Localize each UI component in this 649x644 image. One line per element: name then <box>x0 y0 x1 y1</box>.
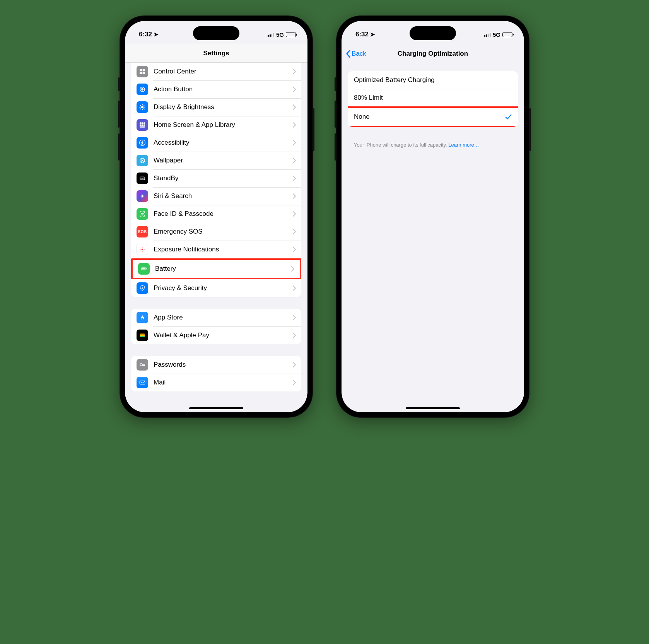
status-network: 5G <box>493 31 500 38</box>
chevron-right-icon <box>293 315 296 320</box>
settings-row-mail[interactable]: Mail <box>131 374 301 391</box>
chevron-right-icon <box>293 122 296 128</box>
back-label: Back <box>352 50 366 58</box>
settings-row-home-screen-app-library[interactable]: Home Screen & App Library <box>131 116 301 134</box>
mail-icon <box>137 377 148 388</box>
home-indicator[interactable] <box>406 407 460 409</box>
dynamic-island <box>410 26 456 40</box>
back-button[interactable]: Back <box>345 44 366 63</box>
settings-row-face-id-passcode[interactable]: Face ID & Passcode <box>131 205 301 223</box>
settings-row-battery[interactable]: Battery <box>133 260 300 278</box>
chevron-right-icon <box>293 158 296 163</box>
settings-group: App StoreWallet & Apple Pay <box>131 309 301 344</box>
svg-point-6 <box>141 106 143 108</box>
option-none[interactable]: None <box>348 108 518 126</box>
row-label: Action Button <box>154 85 293 93</box>
home-screen-icon <box>137 119 148 131</box>
highlight-annotation: None <box>348 106 518 127</box>
footer-text: Your iPhone will charge to its full capa… <box>354 142 447 148</box>
exposure-icon <box>137 244 148 255</box>
row-label: Control Center <box>154 68 293 75</box>
side-button <box>529 108 531 151</box>
side-button <box>313 108 314 151</box>
row-label: Battery <box>155 265 291 273</box>
svg-point-33 <box>142 249 143 251</box>
settings-row-exposure-notifications[interactable]: Exposure Notifications <box>131 241 301 258</box>
checkmark-icon <box>505 113 512 120</box>
svg-rect-15 <box>140 122 142 124</box>
row-label: Accessibility <box>154 139 293 147</box>
settings-row-emergency-sos[interactable]: SOSEmergency SOS <box>131 223 301 241</box>
nav-bar: Back Charging Optimization <box>342 44 524 63</box>
home-indicator[interactable] <box>189 407 243 409</box>
row-label: Privacy & Security <box>154 284 293 292</box>
settings-row-action-button[interactable]: Action Button <box>131 80 301 98</box>
svg-point-5 <box>142 89 143 91</box>
chevron-right-icon <box>293 140 296 145</box>
footer-note: Your iPhone will charge to its full capa… <box>348 138 518 149</box>
page-title: Settings <box>203 50 229 57</box>
row-label: Face ID & Passcode <box>154 210 293 218</box>
option-label: 80% Limit <box>354 94 383 102</box>
svg-point-34 <box>142 247 143 248</box>
settings-row-wallpaper[interactable]: Wallpaper <box>131 152 301 169</box>
highlight-annotation: Battery <box>131 258 301 279</box>
status-time: 6:32 <box>355 31 369 38</box>
option-80-limit[interactable]: 80% Limit <box>348 89 518 107</box>
option-label: None <box>354 113 370 121</box>
svg-rect-21 <box>140 126 145 128</box>
svg-point-37 <box>144 249 145 250</box>
side-button <box>118 101 120 128</box>
svg-point-38 <box>140 248 141 248</box>
chevron-right-icon <box>293 229 296 234</box>
options-group: Optimized Battery Charging80% LimitNone <box>348 71 518 127</box>
settings-row-standby[interactable]: 9:41StandBy <box>131 169 301 187</box>
row-label: Emergency SOS <box>154 228 293 236</box>
chevron-right-icon <box>293 380 296 385</box>
settings-group: PasswordsMail <box>131 356 301 391</box>
location-icon: ➤ <box>370 31 375 38</box>
svg-line-14 <box>140 109 141 109</box>
row-label: App Store <box>154 314 293 321</box>
svg-rect-19 <box>142 125 144 126</box>
svg-rect-43 <box>142 268 145 270</box>
settings-content[interactable]: Control CenterAction ButtonDisplay & Bri… <box>125 63 307 412</box>
row-label: Display & Brightness <box>154 103 293 111</box>
svg-point-23 <box>142 141 143 142</box>
battery-status-icon <box>286 32 296 37</box>
svg-text:9:41: 9:41 <box>140 177 144 179</box>
phone-frame-right: 6:32 ➤ 5G Back Charging Optimization Opt… <box>336 15 529 418</box>
dynamic-island <box>193 26 239 40</box>
settings-row-privacy-security[interactable]: Privacy & Security <box>131 279 301 297</box>
svg-rect-17 <box>144 122 145 124</box>
accessibility-icon <box>137 137 148 149</box>
settings-row-siri-search[interactable]: Siri & Search <box>131 187 301 205</box>
settings-row-accessibility[interactable]: Accessibility <box>131 134 301 152</box>
settings-row-app-store[interactable]: App Store <box>131 309 301 326</box>
wallet-icon <box>137 330 148 341</box>
standby-icon: 9:41 <box>137 173 148 184</box>
svg-point-31 <box>141 213 142 214</box>
svg-rect-0 <box>140 69 142 71</box>
chevron-right-icon <box>293 211 296 217</box>
action-button-icon <box>137 84 148 95</box>
settings-row-display-brightness[interactable]: Display & Brightness <box>131 98 301 116</box>
svg-rect-18 <box>140 125 142 126</box>
row-label: Home Screen & App Library <box>154 121 293 129</box>
option-optimized-battery-charging[interactable]: Optimized Battery Charging <box>348 71 518 89</box>
svg-rect-47 <box>140 336 145 337</box>
page-title: Charging Optimization <box>398 50 468 58</box>
row-label: Mail <box>154 379 293 386</box>
svg-line-11 <box>140 105 141 106</box>
learn-more-link[interactable]: Learn more… <box>448 142 479 148</box>
chevron-right-icon <box>293 104 296 110</box>
settings-row-passwords[interactable]: Passwords <box>131 356 301 374</box>
settings-row-wallet-apple-pay[interactable]: Wallet & Apple Pay <box>131 326 301 344</box>
svg-rect-1 <box>143 69 145 71</box>
svg-rect-3 <box>143 72 145 74</box>
svg-point-39 <box>143 248 144 248</box>
nav-bar: Settings <box>125 44 307 63</box>
settings-row-control-center[interactable]: Control Center <box>131 63 301 80</box>
appstore-icon <box>137 312 148 323</box>
charging-opt-content[interactable]: Optimized Battery Charging80% LimitNone … <box>342 63 524 412</box>
